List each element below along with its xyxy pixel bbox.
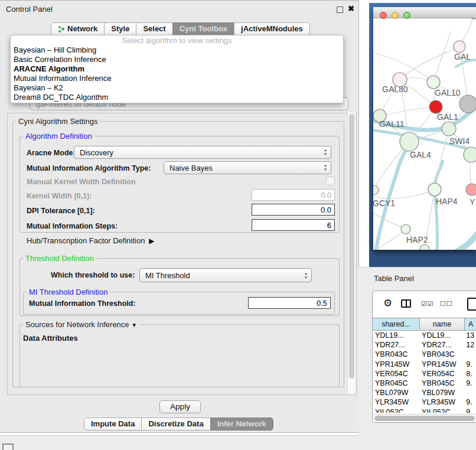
tab-impute-data[interactable]: Impute Data	[84, 418, 142, 431]
table-cell[interactable]: 12	[464, 340, 476, 350]
close-icon[interactable]: ✖	[348, 4, 354, 13]
tab-jactivemnodules[interactable]: jActiveMNodules	[234, 22, 310, 35]
table-cell[interactable]: 9	[464, 407, 476, 413]
table-cell[interactable]: YBL079W	[419, 388, 464, 397]
table-row[interactable]: YPR145WYPR145W9.	[373, 360, 476, 369]
split-view-icon[interactable]	[401, 299, 411, 308]
network-node[interactable]	[454, 41, 465, 53]
table-cell[interactable]: YDR27...	[419, 340, 464, 350]
tab-infer-network[interactable]: Infer Network	[210, 418, 273, 431]
mi-steps-field[interactable]: 6	[252, 219, 335, 231]
network-node[interactable]	[401, 224, 410, 234]
table-cell[interactable]: 13	[464, 331, 476, 340]
network-node[interactable]	[429, 100, 442, 113]
network-node[interactable]	[420, 244, 429, 250]
table-cell[interactable]: YER054C	[373, 369, 419, 379]
network-node[interactable]	[427, 76, 440, 89]
table-row[interactable]: YDR27...YDR27...12	[373, 340, 476, 350]
network-canvas[interactable]: GALGAL80GAL10GAL1GAL11SWI4GAL4GCY1HAP4YH…	[373, 18, 476, 250]
mi-threshold-field[interactable]: 0.5	[248, 297, 331, 309]
algorithm-dropdown-popup: Select algorithm to view settings Bayesi…	[10, 35, 344, 103]
apply-button[interactable]: Apply	[159, 400, 201, 413]
table-row[interactable]: YLR345WYLR345W9.	[373, 397, 476, 407]
table-cell[interactable]: 8.	[464, 369, 476, 379]
kernel-width-field[interactable]: 0.0	[252, 189, 335, 201]
import-table-icon[interactable]	[467, 298, 476, 311]
control-panel-title: Control Panel	[6, 5, 53, 14]
network-node[interactable]	[442, 122, 456, 136]
hub-definition-toggle[interactable]: Hub/Transcription Factor Definition ▶	[27, 236, 155, 245]
select-all-columns-icon[interactable]: ☑☑	[421, 300, 434, 308]
table-cell[interactable]: YLR345W	[373, 397, 419, 407]
control-panel-titlebar: Control Panel ✖	[0, 1, 358, 17]
network-window[interactable]: GALGAL80GAL10GAL1GAL11SWI4GAL4GCY1HAP4YH…	[373, 7, 476, 250]
table-horizontal-scrollbar[interactable]	[373, 414, 476, 422]
algorithm-option[interactable]: Basic Correlation Inference	[11, 55, 343, 64]
table-row[interactable]: YBL079WYBL079W	[373, 388, 476, 397]
network-node-label: GAL80	[382, 84, 408, 94]
algorithm-option[interactable]: Bayesian – K2	[11, 83, 343, 93]
aracne-mode-value: Discovery	[80, 148, 113, 157]
network-node[interactable]	[468, 18, 476, 19]
tab-label: Cyni Toolbox	[180, 23, 227, 35]
tab-cyni-toolbox[interactable]: Cyni Toolbox	[172, 22, 234, 35]
table-row[interactable]: YBR043CYBR043C	[373, 350, 476, 359]
sources-toggle[interactable]: Sources for Network Inference ▼	[23, 320, 139, 329]
table-row[interactable]: YDL19...YDL19...13	[373, 331, 476, 340]
tab-label: Impute Data	[91, 418, 135, 430]
table-cell[interactable]: YPR145W	[419, 360, 464, 369]
algorithm-option[interactable]: Bayesian – Hill Climbing	[11, 45, 343, 55]
algorithm-option[interactable]: Mutual Information Inference	[11, 74, 343, 83]
table-row[interactable]: YIL052CYIL052C9	[373, 407, 476, 413]
float-window-icon[interactable]	[337, 6, 343, 13]
table-cell[interactable]: YBR043C	[373, 350, 419, 359]
table-cell[interactable]: YLR345W	[419, 397, 464, 407]
algorithm-option-selected[interactable]: ARACNE Algorithm	[11, 64, 343, 74]
network-node[interactable]	[373, 185, 379, 195]
network-node[interactable]	[466, 184, 476, 195]
dpi-tolerance-field[interactable]: 0.0	[252, 204, 335, 216]
table-cell[interactable]: 9.	[464, 397, 476, 407]
aracne-mode-combobox[interactable]: Discovery ▲▼	[74, 146, 331, 159]
table-cell[interactable]: YBR045C	[373, 379, 419, 388]
tab-discretize-data[interactable]: Discretize Data	[141, 418, 210, 431]
table-cell[interactable]	[464, 388, 476, 397]
network-node[interactable]	[400, 132, 419, 151]
table-cell[interactable]: YBR045C	[419, 379, 464, 388]
table-cell[interactable]: YPR145W	[373, 360, 419, 369]
column-header-shared-name[interactable]: shared...	[372, 318, 420, 331]
algorithm-option[interactable]: Dream8 DC_TDC Algorithm	[11, 93, 343, 102]
mi-algorithm-type-combobox[interactable]: Naive Bayes ▲▼	[164, 161, 331, 174]
column-header-name[interactable]: name	[419, 318, 465, 331]
table-cell[interactable]: 9.	[464, 360, 476, 369]
tab-style[interactable]: Style	[104, 22, 136, 35]
table-cell[interactable]: YDR27...	[373, 340, 419, 350]
table-panel-title: Table Panel	[374, 274, 414, 283]
column-header-partial[interactable]: A	[464, 318, 476, 331]
deselect-all-columns-icon[interactable]: ☐☐	[440, 300, 453, 308]
settings-vertical-scrollbar[interactable]	[347, 113, 356, 394]
table-cell[interactable]: YER054C	[419, 369, 464, 379]
table-cell[interactable]: YIL052C	[373, 407, 419, 413]
table-cell[interactable]: YDL19...	[419, 331, 464, 340]
manual-kernel-checkbox[interactable]	[326, 177, 335, 185]
network-node[interactable]	[464, 147, 476, 162]
tab-network[interactable]: Network	[51, 22, 105, 35]
table-cell[interactable]: YBL079W	[373, 388, 419, 397]
tab-label: Style	[111, 23, 129, 35]
table-cell[interactable]: 9.	[464, 379, 476, 388]
table-cell[interactable]: YIL052C	[419, 407, 464, 413]
dock-icon[interactable]	[2, 444, 14, 450]
table-rows[interactable]: YDL19...YDL19...13YDR27...YDR27...12YBR0…	[373, 331, 476, 413]
gear-icon[interactable]: ⚙	[383, 297, 392, 309]
table-cell[interactable]	[464, 350, 476, 359]
tab-select[interactable]: Select	[136, 22, 172, 35]
table-row[interactable]: YBR045CYBR045C9.	[373, 379, 476, 388]
which-threshold-combobox[interactable]: MI Threshold ▲▼	[139, 268, 312, 282]
table-row[interactable]: YER054CYER054C8.	[373, 369, 476, 379]
network-node[interactable]	[428, 183, 441, 196]
table-cell[interactable]: YDL19...	[373, 331, 419, 340]
network-node[interactable]	[459, 95, 476, 113]
table-cell[interactable]: YBR043C	[419, 350, 464, 359]
network-window-titlebar[interactable]	[373, 7, 476, 18]
